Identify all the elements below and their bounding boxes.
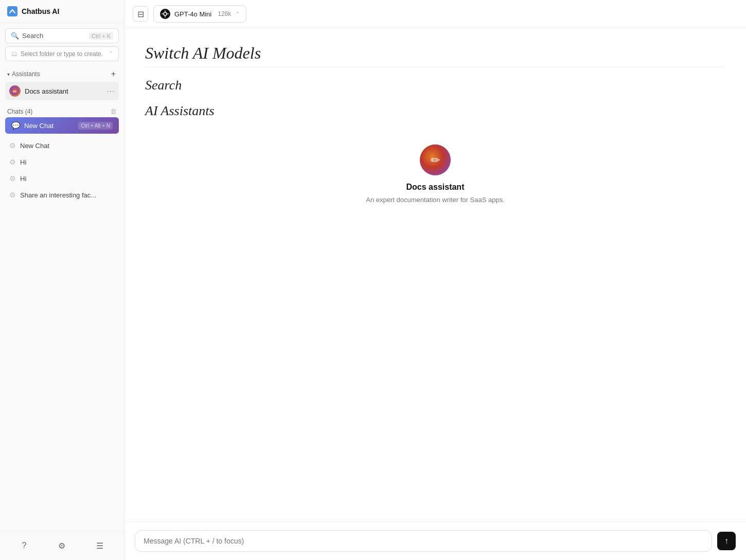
svg-text:✏: ✏ xyxy=(431,154,440,167)
ai-assistants-title: AI Assistants xyxy=(145,103,725,119)
sidebar-footer: ? ⚙ ☰ xyxy=(0,531,124,560)
docs-assistant-menu-icon[interactable]: ⋯ xyxy=(106,86,115,96)
assistants-label: Assistants xyxy=(12,70,110,78)
chat-input-wrapper xyxy=(135,530,712,552)
chat-icon: ⚙ xyxy=(9,158,16,166)
chat-item-label: Hi xyxy=(20,175,26,183)
help-button[interactable]: ? xyxy=(16,537,32,554)
send-icon: ↑ xyxy=(724,536,729,546)
search-title: Search xyxy=(145,78,725,93)
search-icon: 🔍 xyxy=(11,32,19,40)
folder-placeholder: Select folder or type to create. xyxy=(21,50,103,58)
trash-icon[interactable]: 🗑 xyxy=(110,107,117,115)
chat-list-item[interactable]: ⚙ Share an interesting fac... xyxy=(5,187,119,203)
app-logo xyxy=(7,6,17,16)
sidebar-header: Chatbus AI xyxy=(0,0,124,23)
folder-icon: 🗂 xyxy=(11,50,17,58)
chats-label: Chats (4) xyxy=(7,108,110,115)
switch-ai-models-title: Switch AI Models xyxy=(145,44,725,63)
send-button[interactable]: ↑ xyxy=(717,532,736,550)
main-content: Switch AI Models Search AI Assistants ✏ xyxy=(125,28,746,521)
model-chevron-icon: ⌃ xyxy=(235,11,240,17)
model-logo xyxy=(160,9,170,19)
svg-text:✏: ✏ xyxy=(13,89,17,94)
chat-icon: ⚙ xyxy=(9,191,16,199)
chat-input[interactable] xyxy=(144,537,703,545)
main-header: ⊟ GPT-4o Mini 128k ⌃ xyxy=(125,0,746,28)
chats-header: Chats (4) 🗑 xyxy=(5,103,119,117)
new-chat-label: New Chat xyxy=(24,122,74,130)
assistant-showcase-desc: An expert documentation writer for SaaS … xyxy=(366,196,505,204)
search-label: Search xyxy=(22,32,86,40)
section-divider xyxy=(145,67,725,67)
chat-icon: ⚙ xyxy=(9,174,16,183)
chat-list-item[interactable]: ⚙ Hi xyxy=(5,154,119,170)
search-bar[interactable]: 🔍 Search Ctrl + K xyxy=(5,28,119,43)
folder-select[interactable]: 🗂 Select folder or type to create. ⌃ xyxy=(5,46,119,61)
assistants-header[interactable]: ▾ Assistants + xyxy=(5,66,119,82)
sidebar: Chatbus AI 🔍 Search Ctrl + K 🗂 Select fo… xyxy=(0,0,125,560)
history-button[interactable]: ☰ xyxy=(92,537,108,554)
model-name: GPT-4o Mini xyxy=(174,10,211,18)
new-chat-shortcut: Ctrl + Alt + N xyxy=(78,122,113,130)
chat-icon: ⚙ xyxy=(9,141,16,150)
settings-icon: ⚙ xyxy=(58,541,65,551)
chat-item-label: Hi xyxy=(20,158,26,166)
assistant-avatar: ✏ xyxy=(420,144,451,175)
model-tokens: 128k xyxy=(218,10,231,17)
model-selector[interactable]: GPT-4o Mini 128k ⌃ xyxy=(153,5,246,23)
new-chat-button[interactable]: 💬 New Chat Ctrl + Alt + N xyxy=(5,117,119,134)
chevron-down-icon: ⌃ xyxy=(109,50,113,57)
toggle-sidebar-button[interactable]: ⊟ xyxy=(133,6,148,22)
chat-input-area: ↑ xyxy=(125,521,746,560)
docs-assistant-label: Docs assistant xyxy=(25,87,102,95)
app-title: Chatbus AI xyxy=(22,7,59,15)
help-icon: ? xyxy=(22,541,26,550)
history-icon: ☰ xyxy=(96,541,103,551)
chat-item-label: Share an interesting fac... xyxy=(20,191,96,199)
docs-assistant-item[interactable]: ✏ Docs assistant ⋯ xyxy=(5,82,119,100)
main-panel: ⊟ GPT-4o Mini 128k ⌃ Switch AI Models Se… xyxy=(125,0,746,560)
settings-button[interactable]: ⚙ xyxy=(54,537,70,554)
docs-assistant-avatar: ✏ xyxy=(9,85,21,97)
assistant-showcase: ✏ Docs assistant An expert documentation… xyxy=(145,134,725,214)
new-chat-icon: 💬 xyxy=(11,121,20,130)
chats-section: Chats (4) 🗑 💬 New Chat Ctrl + Alt + N ⚙ … xyxy=(0,103,124,531)
search-shortcut: Ctrl + K xyxy=(89,32,113,40)
sidebar-toggle-icon: ⊟ xyxy=(137,9,144,19)
add-assistant-button[interactable]: + xyxy=(110,69,117,79)
chat-list-item[interactable]: ⚙ New Chat xyxy=(5,138,119,153)
assistant-showcase-name: Docs assistant xyxy=(406,183,465,192)
svg-rect-0 xyxy=(9,8,16,15)
chat-item-label: New Chat xyxy=(20,142,49,150)
chat-list-item[interactable]: ⚙ Hi xyxy=(5,171,119,186)
chevron-icon: ▾ xyxy=(7,71,10,77)
assistants-section: ▾ Assistants + ✏ Docs assistant xyxy=(0,66,124,103)
